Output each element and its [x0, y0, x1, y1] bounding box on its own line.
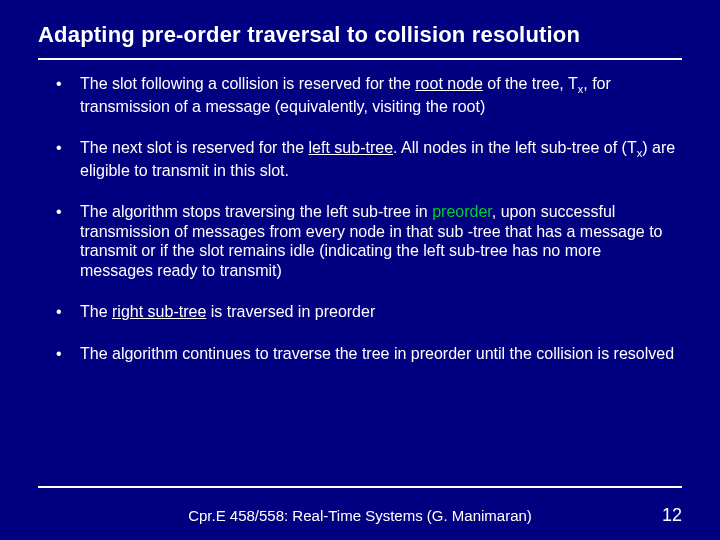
footer-course-text: Cpr.E 458/558: Real-Time Systems (G. Man…: [78, 507, 642, 524]
underline-right-subtree: right sub-tree: [112, 303, 206, 320]
underline-left-subtree: left sub-tree: [309, 139, 393, 156]
bullet-text: is traversed in preorder: [206, 303, 375, 320]
bullet-list: The slot following a collision is reserv…: [38, 74, 682, 363]
bullet-text: The next slot is reserved for the: [80, 139, 309, 156]
bullet-item: The next slot is reserved for the left s…: [56, 138, 678, 180]
bullet-text: The algorithm stops traversing the left …: [80, 203, 432, 220]
slide-footer: Cpr.E 458/558: Real-Time Systems (G. Man…: [38, 505, 682, 526]
bullet-item: The algorithm continues to traverse the …: [56, 344, 678, 364]
bullet-text: The slot following a collision is reserv…: [80, 75, 415, 92]
underline-root-node: root node: [415, 75, 483, 92]
title-rule: [38, 58, 682, 60]
footer-rule: [38, 486, 682, 488]
bullet-item: The slot following a collision is reserv…: [56, 74, 678, 116]
bullet-text: The algorithm continues to traverse the …: [80, 345, 674, 362]
bullet-item: The right sub-tree is traversed in preor…: [56, 302, 678, 322]
slide-body: The slot following a collision is reserv…: [38, 74, 682, 363]
slide-title: Adapting pre-order traversal to collisio…: [38, 22, 682, 48]
bullet-text: . All nodes in the left sub-tree of (T: [393, 139, 637, 156]
bullet-text: The: [80, 303, 112, 320]
page-number: 12: [642, 505, 682, 526]
bullet-text: of the tree, T: [483, 75, 578, 92]
highlight-preorder: preorder: [432, 203, 492, 220]
slide: Adapting pre-order traversal to collisio…: [0, 0, 720, 540]
bullet-item: The algorithm stops traversing the left …: [56, 202, 678, 280]
